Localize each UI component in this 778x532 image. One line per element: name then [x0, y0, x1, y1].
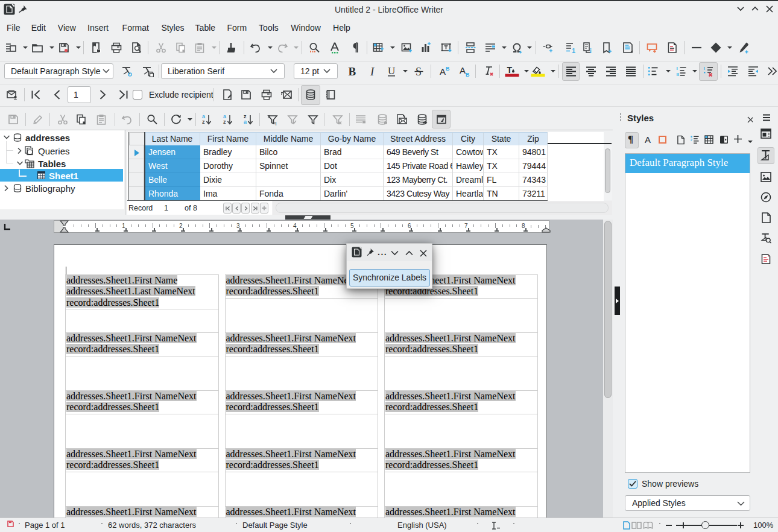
svg-text:I: I [703, 66, 704, 71]
svg-text:II: II [677, 72, 679, 77]
svg-text:U: U [388, 65, 395, 77]
svg-text:a: a [244, 119, 247, 125]
svg-text:B: B [466, 72, 470, 77]
svg-text:A: A [460, 65, 466, 75]
svg-text:A: A [440, 66, 446, 77]
svg-text:z: z [223, 119, 226, 125]
svg-text:T: T [507, 65, 513, 75]
svg-text:q: q [274, 120, 276, 125]
svg-text:1: 1 [572, 47, 575, 54]
svg-text:z: z [202, 119, 205, 125]
svg-text:B: B [446, 66, 450, 72]
svg-text:B: B [349, 65, 356, 77]
svg-text:I: I [370, 65, 375, 77]
svg-text:I: I [677, 66, 678, 71]
svg-text:i: i [590, 48, 592, 54]
